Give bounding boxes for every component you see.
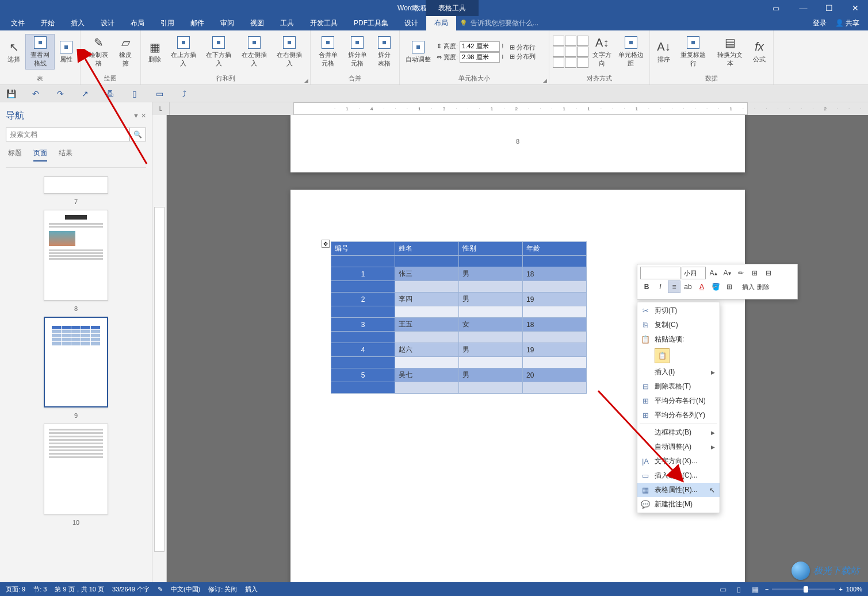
- delete-mini-button[interactable]: ⊟: [762, 267, 775, 279]
- ctx-distribute-cols[interactable]: ⊞平均分布各列(Y): [637, 408, 720, 422]
- status-section[interactable]: 节: 3: [33, 585, 47, 594]
- table-cell[interactable]: 2: [331, 293, 395, 306]
- bold-button[interactable]: B: [640, 280, 653, 293]
- horizontal-ruler[interactable]: ·1·4···1·3···1·2···1·1···1·······1······…: [170, 102, 868, 115]
- repeat-header-button[interactable]: 重复标题行: [675, 34, 711, 69]
- ctx-border-styles[interactable]: 边框样式(B)▶: [637, 425, 720, 440]
- qat-btn-7[interactable]: ▭: [154, 89, 165, 99]
- status-insert-mode[interactable]: 插入: [245, 585, 258, 594]
- eraser-button[interactable]: ▱橡皮擦: [114, 34, 137, 69]
- ctx-cut[interactable]: ✂剪切(T): [637, 303, 720, 318]
- table-cell[interactable]: 男: [459, 293, 523, 306]
- table-header[interactable]: 编号: [331, 242, 395, 256]
- login-link[interactable]: 登录: [813, 18, 827, 28]
- search-input[interactable]: [6, 128, 130, 141]
- insert-below-button[interactable]: 在下方插入: [202, 34, 236, 69]
- insert-left-button[interactable]: 在左侧插入: [237, 34, 272, 69]
- merge-cells-button[interactable]: 合并单元格: [314, 34, 342, 69]
- status-proof-icon[interactable]: ✎: [158, 586, 163, 593]
- delete-button[interactable]: ▦删除: [144, 39, 165, 65]
- tab-layout[interactable]: 布局: [123, 16, 152, 30]
- status-page-of[interactable]: 第 9 页，共 10 页: [55, 585, 104, 594]
- zoom-out-button[interactable]: −: [765, 586, 768, 593]
- grow-font-button[interactable]: A▴: [707, 267, 720, 279]
- ctx-copy[interactable]: ⎘复制(C): [637, 318, 720, 332]
- tab-mailings[interactable]: 邮件: [182, 16, 212, 30]
- split-table-button[interactable]: 拆分表格: [372, 34, 396, 69]
- search-button[interactable]: 🔍: [130, 128, 146, 141]
- thumbnail-page-7[interactable]: [44, 176, 108, 194]
- row-height-input[interactable]: [460, 41, 500, 52]
- font-family-combo[interactable]: [640, 267, 680, 279]
- format-painter-button[interactable]: ✏: [735, 267, 747, 279]
- document-pages[interactable]: 8 ✥ 编号 姓名 性别 年龄 1张三男18: [167, 115, 868, 582]
- view-read-mode[interactable]: ▭: [717, 584, 729, 594]
- draw-table-button[interactable]: ✎绘制表格: [84, 34, 113, 69]
- thumbnail-page-10[interactable]: [44, 424, 108, 514]
- thumbnail-page-8[interactable]: [44, 210, 108, 301]
- insert-mini-button[interactable]: ⊞: [748, 267, 761, 279]
- insert-above-button[interactable]: 在上方插入: [166, 34, 201, 69]
- align-button[interactable]: ≡: [668, 280, 680, 293]
- autofit-button[interactable]: 自动调整: [403, 39, 433, 65]
- delete-label-button[interactable]: 删除: [756, 280, 770, 293]
- table-move-handle[interactable]: ✥: [322, 240, 330, 248]
- sort-button[interactable]: A↓排序: [653, 39, 674, 65]
- ctx-new-comment[interactable]: 💬新建批注(M): [637, 497, 720, 512]
- table-cell[interactable]: 5: [331, 368, 395, 382]
- minimize-button[interactable]: —: [790, 0, 816, 16]
- tab-design[interactable]: 设计: [93, 16, 123, 30]
- table-cell[interactable]: 李四: [395, 293, 459, 306]
- cell-alignment-grid[interactable]: [553, 36, 588, 68]
- italic-button[interactable]: I: [654, 280, 667, 293]
- convert-to-text-button[interactable]: ▤转换为文本: [712, 34, 748, 69]
- tab-table-design[interactable]: 设计: [396, 16, 426, 30]
- cell-margins-button[interactable]: 单元格边距: [616, 34, 646, 69]
- table-cell[interactable]: 18: [523, 267, 587, 281]
- ctx-insert-caption[interactable]: ▭插入题注(C)...: [637, 468, 720, 483]
- distribute-cols-button[interactable]: ⊞ 分布列: [510, 52, 536, 61]
- status-track-changes[interactable]: 修订: 关闭: [208, 585, 237, 594]
- table-cell[interactable]: 1: [331, 267, 395, 281]
- table-header[interactable]: 性别: [459, 242, 523, 256]
- qat-btn-5[interactable]: 🖶: [105, 89, 115, 99]
- undo-button[interactable]: ↶: [30, 89, 41, 99]
- borders-button[interactable]: ⊞: [723, 280, 736, 293]
- zoom-level[interactable]: 100%: [846, 586, 862, 593]
- col-width-input[interactable]: [460, 52, 500, 63]
- document-table[interactable]: 编号 姓名 性别 年龄 1张三男18 2李四男19 3王五女18: [331, 241, 587, 394]
- tab-view[interactable]: 视图: [242, 16, 272, 30]
- table-header[interactable]: 年龄: [523, 242, 587, 256]
- ctx-autofit[interactable]: 自动调整(A)▶: [637, 440, 720, 454]
- shading-button[interactable]: 🪣: [709, 280, 722, 293]
- insert-label-button[interactable]: 插入: [741, 280, 755, 293]
- share-button[interactable]: 👤 共享: [835, 18, 859, 28]
- table-cell[interactable]: 男: [459, 343, 523, 357]
- nav-tab-headings[interactable]: 标题: [8, 148, 22, 162]
- tab-tools[interactable]: 工具: [272, 16, 302, 30]
- insert-right-button[interactable]: 在右侧插入: [273, 34, 307, 69]
- tell-me-input[interactable]: 告诉我您想要做什么...: [456, 16, 538, 30]
- status-language[interactable]: 中文(中国): [171, 585, 200, 594]
- shrink-font-button[interactable]: A▾: [721, 267, 733, 279]
- ctx-table-properties[interactable]: ▦表格属性(R)...↖: [637, 483, 720, 497]
- tab-references[interactable]: 引用: [152, 16, 182, 30]
- tab-pdftools[interactable]: PDF工具集: [346, 16, 396, 30]
- zoom-slider[interactable]: [772, 589, 835, 590]
- table-cell[interactable]: 3: [331, 318, 395, 332]
- nav-tab-pages[interactable]: 页面: [33, 148, 47, 162]
- vertical-ruler[interactable]: [152, 115, 167, 582]
- maximize-button[interactable]: ☐: [816, 0, 842, 16]
- thumbnail-page-9[interactable]: [44, 317, 108, 407]
- tab-file[interactable]: 文件: [3, 16, 33, 30]
- table-cell[interactable]: 赵六: [395, 343, 459, 357]
- select-button[interactable]: ↖选择: [3, 39, 24, 65]
- table-cell[interactable]: 20: [523, 368, 587, 382]
- zoom-in-button[interactable]: +: [839, 586, 842, 593]
- ctx-delete-table[interactable]: ⊟删除表格(T): [637, 379, 720, 394]
- status-word-count[interactable]: 33/2649 个字: [112, 585, 150, 594]
- paste-option-button[interactable]: 📋: [655, 348, 670, 363]
- tab-review[interactable]: 审阅: [212, 16, 242, 30]
- table-header[interactable]: 姓名: [395, 242, 459, 256]
- highlight-button[interactable]: ab: [682, 280, 694, 293]
